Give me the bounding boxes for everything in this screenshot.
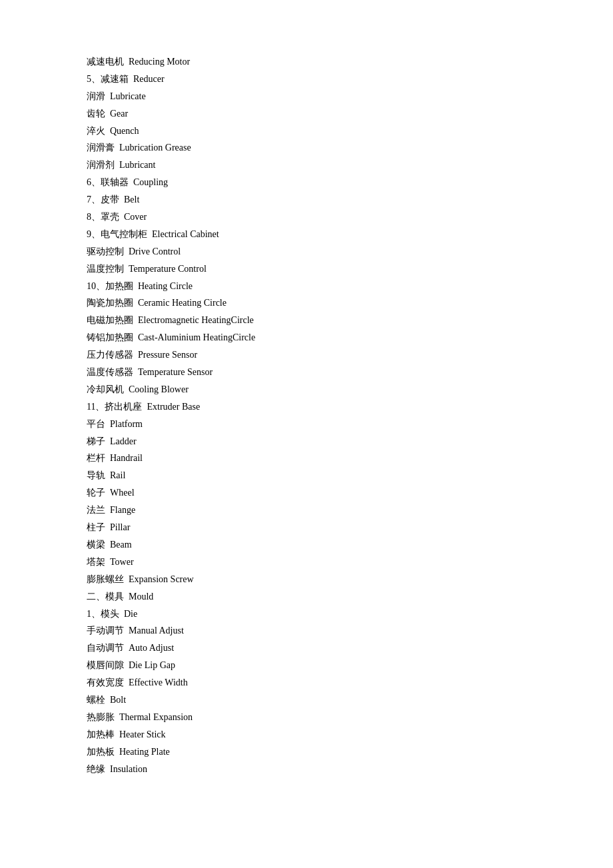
list-item: 淬火 Quench bbox=[87, 123, 526, 140]
list-item: 陶瓷加热圈 Ceramic Heating Circle bbox=[87, 294, 526, 312]
list-item: 10、加热圈 Heating Circle bbox=[87, 278, 526, 295]
list-item: 轮子 Wheel bbox=[87, 484, 526, 502]
list-item: 温度控制 Temperature Control bbox=[87, 260, 526, 278]
list-item: 柱子 Pillar bbox=[87, 519, 526, 536]
list-item: 齿轮 Gear bbox=[87, 105, 526, 123]
list-item: 手动调节 Manual Adjust bbox=[87, 622, 526, 640]
list-item: 热膨胀 Thermal Expansion bbox=[87, 709, 526, 726]
list-item: 梯子 Ladder bbox=[87, 433, 526, 450]
list-item: 润滑膏 Lubrication Grease bbox=[87, 139, 526, 157]
list-item: 铸铝加热圈 Cast-Aluminium HeatingCircle bbox=[87, 329, 526, 346]
list-item: 9、电气控制柜 Electrical Cabinet bbox=[87, 226, 526, 243]
list-item: 驱动控制 Drive Control bbox=[87, 243, 526, 260]
list-item: 栏杆 Handrail bbox=[87, 450, 526, 467]
list-item: 模唇间隙 Die Lip Gap bbox=[87, 657, 526, 674]
list-item: 螺栓 Bolt bbox=[87, 691, 526, 709]
list-item: 润滑 Lubricate bbox=[87, 88, 526, 105]
list-item: 11、挤出机座 Extruder Base bbox=[87, 398, 526, 416]
list-item: 5、减速箱 Reducer bbox=[87, 71, 526, 88]
list-item: 加热板 Heating Plate bbox=[87, 743, 526, 761]
list-item: 横梁 Beam bbox=[87, 536, 526, 554]
list-item: 压力传感器 Pressure Sensor bbox=[87, 346, 526, 364]
list-item: 二、模具 Mould bbox=[87, 588, 526, 606]
list-item: 法兰 Flange bbox=[87, 502, 526, 519]
list-item: 电磁加热圈 Electromagnetic HeatingCircle bbox=[87, 312, 526, 329]
list-item: 润滑剂 Lubricant bbox=[87, 157, 526, 174]
list-item: 膨胀螺丝 Expansion Screw bbox=[87, 571, 526, 588]
list-item: 6、联轴器 Coupling bbox=[87, 174, 526, 191]
list-item: 塔架 Tower bbox=[87, 554, 526, 571]
list-item: 1、模头 Die bbox=[87, 606, 526, 623]
list-item: 平台 Platform bbox=[87, 416, 526, 433]
list-item: 绝缘 Insulation bbox=[87, 761, 526, 778]
list-item: 加热棒 Heater Stick bbox=[87, 726, 526, 743]
list-item: 8、罩壳 Cover bbox=[87, 209, 526, 226]
list-item: 温度传感器 Temperature Sensor bbox=[87, 364, 526, 381]
list-item: 导轨 Rail bbox=[87, 467, 526, 484]
list-item: 有效宽度 Effective Width bbox=[87, 674, 526, 691]
list-item: 冷却风机 Cooling Blower bbox=[87, 381, 526, 398]
list-item: 减速电机 Reducing Motor bbox=[87, 53, 526, 71]
list-item: 7、皮带 Belt bbox=[87, 191, 526, 209]
list-item: 自动调节 Auto Adjust bbox=[87, 640, 526, 657]
glossary-list: 减速电机 Reducing Motor5、减速箱 Reducer润滑 Lubri… bbox=[87, 53, 526, 777]
